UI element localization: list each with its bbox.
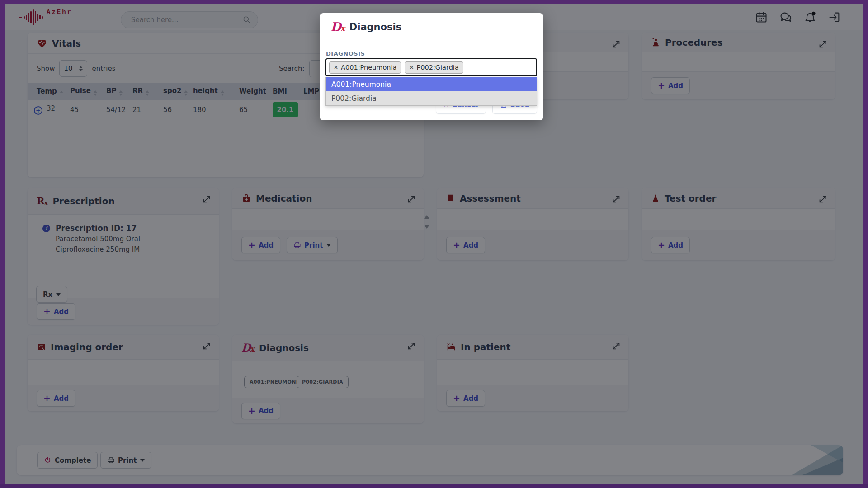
modal-title: Diagnosis	[349, 22, 401, 33]
window-frame	[0, 484, 868, 488]
modal-header: Dx Diagnosis	[320, 13, 543, 41]
remove-tag-icon[interactable]: ×	[409, 64, 414, 70]
diagnosis-multiselect[interactable]: × A001:Pneumonia × P002:Giardia	[326, 58, 537, 76]
diagnosis-field-label: DIAGNOSIS	[326, 50, 365, 57]
remove-tag-icon[interactable]: ×	[334, 64, 338, 70]
dx-icon: Dx	[330, 21, 345, 33]
diagnosis-dropdown: A001:Pneumonia P002:Giardia	[326, 77, 537, 106]
dropdown-option[interactable]: P002:Giardia	[326, 91, 537, 105]
diagnosis-modal: Dx Diagnosis DIAGNOSIS × A001:Pneumonia …	[320, 13, 543, 120]
selected-tag: × A001:Pneumonia	[329, 61, 401, 74]
dropdown-option[interactable]: A001:Pneumonia	[326, 77, 537, 91]
window-frame	[0, 0, 868, 4]
page: AzEhr	[0, 0, 868, 488]
selected-tag: × P002:Giardia	[405, 61, 463, 74]
window-frame	[0, 0, 5, 488]
window-frame	[863, 0, 868, 488]
